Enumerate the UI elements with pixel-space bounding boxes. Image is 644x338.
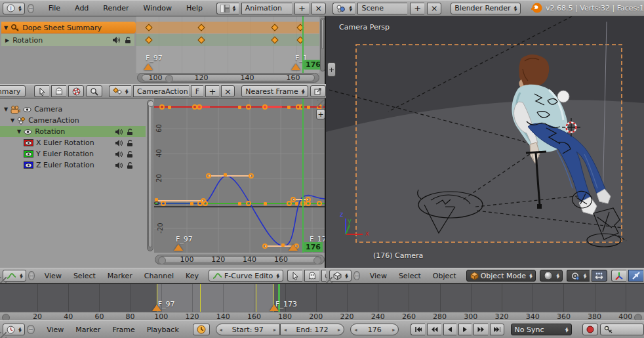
keyframe-point[interactable] <box>295 202 298 205</box>
menu-select[interactable]: Select <box>68 272 102 280</box>
keyframe-point[interactable] <box>161 201 166 206</box>
expand-triangle-icon[interactable]: ▼ <box>17 129 21 135</box>
area-corner-widget[interactable] <box>0 277 7 283</box>
keyframe-diamond[interactable] <box>145 36 152 43</box>
pivot-point-select[interactable]: ▲▼ <box>567 270 589 282</box>
current-frame-line[interactable] <box>302 98 304 253</box>
add-screen-button[interactable]: + <box>294 3 309 14</box>
use-preview-range-toggle[interactable] <box>193 324 210 335</box>
handle-point[interactable] <box>224 173 227 177</box>
expand-triangle-icon[interactable]: ▼ <box>10 117 14 123</box>
mute-speaker-icon[interactable] <box>115 128 123 136</box>
jump-to-start-button[interactable] <box>411 324 425 335</box>
collapse-menus-icon[interactable]: − <box>28 271 35 280</box>
editor-type-button-info[interactable]: i ▲▼ <box>3 3 25 14</box>
dope-mode-select[interactable]: Summary <box>0 85 26 97</box>
keyframe-point[interactable] <box>317 201 322 206</box>
mute-speaker-icon[interactable] <box>115 139 123 147</box>
keyframe-diamond[interactable] <box>145 24 152 31</box>
eye-icon[interactable] <box>24 129 32 135</box>
decrement-icon[interactable]: ◂ <box>284 327 287 333</box>
ghost-curves-button[interactable] <box>304 270 319 282</box>
expand-triangle-icon[interactable]: ▼ <box>4 106 8 112</box>
lock-icon[interactable] <box>126 139 134 147</box>
delete-screen-button[interactable]: × <box>312 3 326 14</box>
search-button[interactable] <box>86 85 102 97</box>
keyframe-diamond[interactable] <box>197 36 205 43</box>
collapse-menus-icon[interactable]: − <box>28 4 34 13</box>
manipulator-translate-button[interactable] <box>628 270 643 282</box>
copy-keyframes-button[interactable] <box>310 85 326 97</box>
screen-name-field[interactable]: Animation <box>241 3 292 14</box>
increment-icon[interactable]: ▸ <box>273 327 276 333</box>
dope-v-scrollbar[interactable] <box>320 18 325 72</box>
menu-help[interactable]: Help <box>180 4 209 12</box>
action-icon-button[interactable]: ▲▼ <box>109 85 131 97</box>
handle-point[interactable] <box>262 243 268 249</box>
handle-point[interactable] <box>281 243 285 247</box>
frame-end-field[interactable]: ◂ End: 172 ▸ <box>280 324 344 335</box>
keyframe-point[interactable] <box>159 104 165 110</box>
scene-icon-button[interactable]: ▲▼ <box>332 3 355 14</box>
keyframe-point[interactable] <box>238 202 241 205</box>
unlink-action-button[interactable]: × <box>221 85 235 97</box>
area-corner-widget[interactable] <box>0 332 7 338</box>
menu-view[interactable]: View <box>364 272 393 280</box>
keyframe-point[interactable] <box>238 106 241 109</box>
handle-point[interactable] <box>306 197 311 202</box>
handle-point[interactable] <box>249 173 254 179</box>
previous-keyframe-button[interactable] <box>427 324 441 335</box>
area-corner-widget[interactable] <box>326 277 332 283</box>
keyframe-point[interactable] <box>197 104 202 110</box>
keyframe-point[interactable] <box>307 106 310 109</box>
menu-add[interactable]: Add <box>69 4 94 12</box>
menu-render[interactable]: Render <box>97 4 134 12</box>
keyframe-point[interactable] <box>262 104 268 110</box>
next-keyframe-button[interactable] <box>473 324 488 335</box>
marker-triangle[interactable] <box>174 244 183 251</box>
manipulate-center-points-toggle[interactable] <box>592 270 607 282</box>
marker-triangle[interactable] <box>144 64 153 70</box>
current-frame-field[interactable]: ◂ 176 ▸ <box>350 324 399 335</box>
auto-record-button[interactable] <box>582 324 598 335</box>
collapse-menus-icon[interactable]: − <box>353 271 360 280</box>
keyframe-point[interactable] <box>264 202 267 205</box>
channel-z-euler[interactable]: Z Euler Rotation <box>0 159 146 171</box>
menu-marker[interactable]: Marker <box>70 326 106 334</box>
menu-file[interactable]: File <box>43 4 66 12</box>
menu-window[interactable]: Window <box>138 4 178 12</box>
eye-icon[interactable] <box>23 106 31 113</box>
increment-icon[interactable]: ▸ <box>392 327 395 333</box>
handle-point[interactable] <box>291 197 296 202</box>
menu-marker[interactable]: Marker <box>102 272 138 280</box>
auto-keying-set-button[interactable] <box>600 324 644 335</box>
scene-name-field[interactable]: Scene <box>357 3 407 14</box>
menu-view[interactable]: View <box>39 272 68 280</box>
mute-speaker-icon[interactable] <box>115 161 123 169</box>
collapse-menus-icon[interactable]: − <box>27 325 35 334</box>
jump-to-end-button[interactable] <box>490 324 504 335</box>
keyframe-point[interactable] <box>246 104 251 110</box>
frame-start-field[interactable]: ◂ Start: 97 ▸ <box>216 324 280 335</box>
snap-mode-select[interactable]: Nearest Frame▲▼ <box>241 85 308 97</box>
add-action-button[interactable]: + <box>205 85 219 97</box>
screen-layout-icon-button[interactable]: ▲▼ <box>216 3 239 14</box>
graph-v-scrollbar[interactable] <box>147 100 153 251</box>
handle-point[interactable] <box>201 198 206 203</box>
decrement-icon[interactable]: ◂ <box>220 327 222 333</box>
channel-y-euler[interactable]: Y Euler Rotation <box>0 148 146 159</box>
viewport-shading-select[interactable]: ▲▼ <box>540 270 563 282</box>
ghost-frames-button[interactable] <box>51 85 66 97</box>
keyframe-point[interactable] <box>190 202 193 205</box>
lock-icon[interactable] <box>126 128 134 136</box>
decrement-icon[interactable]: ◂ <box>354 327 357 333</box>
editor-type-button-3d[interactable]: ▲▼ <box>329 270 352 282</box>
channel-rotation[interactable]: ▼ Rotation <box>0 126 146 137</box>
action-name-field[interactable]: CameraAction <box>133 85 189 97</box>
marker-triangle[interactable] <box>289 244 298 251</box>
graph-mode-select[interactable]: F-Curve Edito▲▼ <box>209 270 283 282</box>
select-tool-button[interactable] <box>34 85 49 97</box>
manipulator-toggle[interactable] <box>611 270 626 282</box>
play-reverse-button[interactable] <box>443 324 456 335</box>
play-button[interactable] <box>458 324 472 335</box>
